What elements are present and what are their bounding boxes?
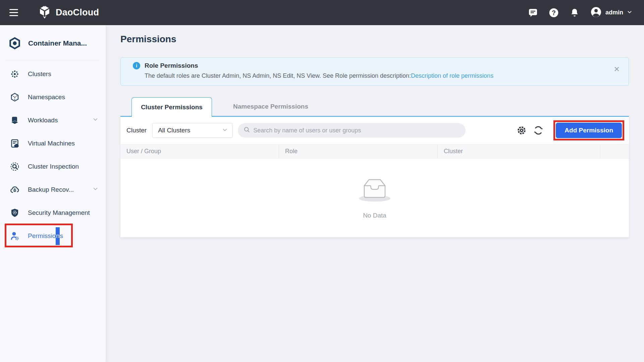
sidebar-item-label: Permissions: [28, 232, 63, 240]
sidebar-item-security-management[interactable]: Security Management: [0, 201, 106, 224]
chevron-down-icon: [93, 186, 98, 193]
top-bar: DaoCloud ?: [0, 0, 644, 25]
security-management-icon: [9, 207, 20, 218]
brand[interactable]: DaoCloud: [37, 4, 99, 21]
sidebar-item-virtual-machines[interactable]: Virtual Machines: [0, 132, 106, 155]
chevron-down-icon: [93, 117, 98, 124]
sidebar-product[interactable]: Container Mana...: [0, 25, 106, 60]
sidebar-item-clusters[interactable]: Clusters: [0, 62, 106, 85]
text-selection-bar: n: [56, 227, 60, 245]
info-icon: i: [133, 62, 140, 69]
sidebar: Container Mana... Clusters Workloads: [0, 25, 106, 362]
cluster-inspection-icon: [9, 161, 20, 172]
add-permission-annotation-box: Add Permission: [553, 120, 624, 140]
sidebar-item-cluster-inspection[interactable]: Cluster Inspection: [0, 155, 106, 178]
tab-cluster-permissions[interactable]: Cluster Permissions: [131, 97, 212, 117]
close-icon[interactable]: ✕: [614, 66, 620, 73]
cluster-filter-label: Cluster: [126, 127, 147, 134]
sidebar-item-label: Clusters: [28, 70, 51, 78]
empty-state: No Data: [120, 159, 629, 237]
sidebar-item-label: Backup Recov...: [28, 186, 74, 193]
empty-state-text: No Data: [363, 212, 386, 219]
chevron-down-icon: [222, 127, 228, 134]
refresh-icon[interactable]: [533, 125, 544, 136]
sidebar-item-label: Security Management: [28, 209, 90, 217]
container-management-icon: [8, 37, 21, 50]
add-permission-button[interactable]: Add Permission: [556, 123, 622, 138]
clusters-icon: [9, 69, 20, 79]
sidebar-item-workloads[interactable]: Workloads: [0, 109, 106, 132]
toolbar: Cluster All Clusters: [120, 117, 629, 144]
permissions-tabs: Cluster Permissions Namespace Permission…: [120, 97, 629, 117]
search-icon: [243, 126, 251, 135]
avatar-icon: [590, 6, 602, 19]
column-header-actions: [600, 144, 629, 158]
svg-text:?: ?: [552, 9, 556, 16]
sidebar-item-permissions[interactable]: Permissions: [0, 224, 106, 247]
banner-title: Role Permissions: [145, 62, 198, 69]
role-permissions-banner: i Role Permissions The default roles are…: [120, 57, 629, 86]
cluster-select-value: All Clusters: [158, 127, 190, 134]
sidebar-item-label: Cluster Inspection: [28, 163, 79, 170]
user-name: admin: [605, 9, 623, 16]
column-header-user-group: User / Group: [120, 144, 279, 158]
banner-body: The default roles are Cluster Admin, NS …: [145, 72, 622, 79]
search-box[interactable]: [238, 123, 466, 138]
sidebar-item-namespaces[interactable]: Workloads Namespaces: [0, 85, 106, 109]
sidebar-item-label: Virtual Machines: [28, 140, 75, 147]
permissions-icon: [9, 231, 20, 241]
workloads-icon: [9, 115, 20, 126]
sidebar-product-label: Container Mana...: [28, 39, 87, 47]
page-title: Permissions: [120, 34, 176, 45]
main-content: Permissions i Role Permissions The defau…: [106, 25, 644, 362]
table-header-row: User / Group Role Cluster: [120, 144, 629, 159]
virtual-machines-icon: [9, 138, 20, 149]
help-icon[interactable]: ?: [548, 7, 559, 18]
user-menu[interactable]: admin: [590, 6, 633, 19]
backup-recovery-icon: [9, 184, 20, 195]
daocloud-logo-icon: [37, 4, 52, 21]
column-header-role: Role: [279, 144, 438, 158]
column-header-cluster: Cluster: [438, 144, 600, 158]
sidebar-nav: Clusters Workloads Namespaces Workloads: [0, 60, 106, 247]
sidebar-item-label: Namespaces: [28, 94, 65, 101]
sidebar-item-backup-recovery[interactable]: Backup Recov...: [0, 178, 106, 201]
cluster-select[interactable]: All Clusters: [152, 123, 233, 138]
permissions-card: Cluster All Clusters: [120, 117, 629, 237]
tab-namespace-permissions[interactable]: Namespace Permissions: [220, 97, 321, 116]
settings-gear-icon[interactable]: [516, 125, 527, 136]
role-permissions-description-link[interactable]: Description of role permissions: [411, 72, 493, 79]
brand-name: DaoCloud: [56, 7, 99, 18]
chevron-down-icon: [627, 9, 633, 16]
namespaces-icon: [9, 92, 20, 103]
no-data-inbox-icon: [356, 176, 393, 207]
menu-toggle-icon[interactable]: [9, 6, 23, 19]
sidebar-item-label: Workloads: [28, 117, 58, 124]
bell-icon[interactable]: [569, 7, 580, 18]
chat-icon[interactable]: [528, 7, 538, 18]
search-input[interactable]: [253, 127, 460, 134]
